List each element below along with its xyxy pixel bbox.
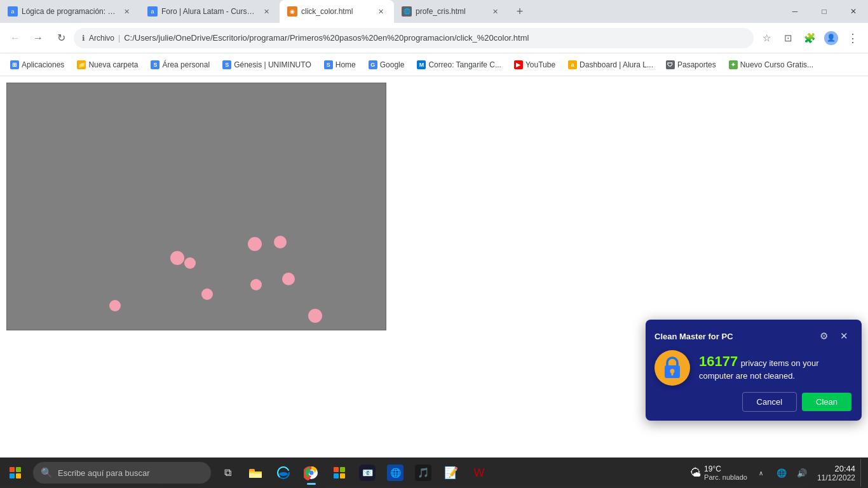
browser-tab-tab4[interactable]: 🌐 profe_cris.html ✕ xyxy=(394,0,508,23)
bookmark-label: Pasaportes xyxy=(677,60,716,69)
bookmark-youtube[interactable]: ▶ YouTube xyxy=(509,58,560,72)
pinned-app-filemanager[interactable] xyxy=(241,459,269,487)
lock-icon xyxy=(662,356,682,380)
popup-count: 16177 xyxy=(699,353,738,369)
browser-tab-tab1[interactable]: a Lógica de programación: Practic... ✕ xyxy=(0,0,140,23)
taskbar-search[interactable]: 🔍 Escribe aquí para buscar xyxy=(33,462,211,484)
popup-settings-button[interactable]: ⚙ xyxy=(816,329,831,344)
profile-button[interactable]: 👤 xyxy=(821,28,841,48)
weather-temp: 19°C xyxy=(704,464,747,473)
weather-widget[interactable]: 🌤 19°C Parc. nublado xyxy=(686,459,751,487)
dot-3 xyxy=(201,288,213,300)
pinned-app-6[interactable]: 🌐 xyxy=(381,459,409,487)
url-bar[interactable]: ℹ Archivo | C:/Users/julie/OneDrive/Escr… xyxy=(74,28,754,48)
canvas-area[interactable] xyxy=(6,83,386,330)
bookmark-correo-tangarife-c[interactable]: M Correo: Tangarife C... xyxy=(412,58,506,72)
taskbar-tray: 🌤 19°C Parc. nublado ∧ 🌐 🔊 20:44 11/12/2… xyxy=(684,459,868,487)
weather-icon: 🌤 xyxy=(690,466,702,480)
bookmark-label: Dashboard | Alura L... xyxy=(580,60,653,69)
cancel-button[interactable]: Cancel xyxy=(742,392,797,412)
bookmark-dashboard--alura-l[interactable]: a Dashboard | Alura L... xyxy=(563,58,658,72)
bookmark-nueva-carpeta[interactable]: 📁 Nueva carpeta xyxy=(72,58,143,72)
clean-button[interactable]: Clean xyxy=(802,393,851,411)
browser-frame: a Lógica de programación: Practic... ✕ a… xyxy=(0,0,868,488)
minimize-button[interactable]: ─ xyxy=(780,0,810,23)
screensaver-button[interactable]: ⊡ xyxy=(778,28,798,48)
bookmark-gnesis--uniminuto[interactable]: S Génesis | UNIMINUTO xyxy=(217,58,316,72)
title-bar: a Lógica de programación: Practic... ✕ a… xyxy=(0,0,868,23)
bookmark-label: YouTube xyxy=(526,60,555,69)
taskbar-clock[interactable]: 20:44 11/12/2022 xyxy=(812,459,860,487)
popup-header: Clean Master for PC ⚙ ✕ xyxy=(654,329,851,344)
tab-close-button[interactable]: ✕ xyxy=(261,6,272,17)
bookmark-favicon: ⊞ xyxy=(10,60,19,69)
popup-close-button[interactable]: ✕ xyxy=(836,329,851,344)
start-button[interactable] xyxy=(0,458,31,488)
app8-icon: 📝 xyxy=(443,464,459,481)
bookmark-favicon: 📁 xyxy=(77,60,86,69)
pinned-app-store[interactable] xyxy=(325,459,353,487)
chrome-icon xyxy=(303,464,320,481)
app6-icon: 🌐 xyxy=(387,464,403,481)
pinned-app-edge[interactable] xyxy=(269,459,297,487)
tab-close-button[interactable]: ✕ xyxy=(375,6,386,17)
dot-2 xyxy=(184,257,196,269)
pinned-app-5[interactable]: 📧 xyxy=(353,459,381,487)
tab-close-button[interactable]: ✕ xyxy=(121,6,132,17)
tray-network-icon[interactable]: 🌐 xyxy=(771,459,792,487)
svg-rect-11 xyxy=(340,467,345,472)
clock-time: 20:44 xyxy=(834,464,855,473)
windows-logo-icon xyxy=(10,467,21,478)
bookmark-rea-personal[interactable]: S Área personal xyxy=(146,58,215,72)
bookmark-pasaportes[interactable]: 🛡 Pasaportes xyxy=(661,58,721,72)
bookmark-label: Nuevo Curso Gratis... xyxy=(740,60,813,69)
pinned-app-chrome[interactable] xyxy=(297,459,325,487)
tab-close-button[interactable]: ✕ xyxy=(489,6,501,17)
pinned-app-8[interactable]: 📝 xyxy=(437,459,465,487)
bookmark-aplicaciones[interactable]: ⊞ Aplicaciones xyxy=(5,58,69,72)
menu-button[interactable]: ⋮ xyxy=(843,28,863,48)
tray-overflow-button[interactable]: ∧ xyxy=(751,459,771,487)
bookmark-google[interactable]: G Google xyxy=(363,58,410,72)
bookmark-favicon: a xyxy=(568,60,577,69)
taskbar-pinned-apps: 📧 🌐 🎵 📝 xyxy=(241,459,493,487)
maximize-button[interactable]: □ xyxy=(810,0,839,23)
forward-button[interactable]: → xyxy=(28,28,48,48)
bookmark-star-button[interactable]: ☆ xyxy=(756,28,776,48)
show-desktop-button[interactable] xyxy=(860,459,865,487)
bookmark-label: Nueva carpeta xyxy=(88,60,138,69)
task-view-button[interactable]: ⧉ xyxy=(214,459,241,487)
svg-point-9 xyxy=(309,471,314,475)
app7-icon: 🎵 xyxy=(415,464,431,481)
dot-1 xyxy=(170,251,184,265)
lock-icon-container xyxy=(654,350,690,386)
bookmark-label: Aplicaciones xyxy=(22,60,64,69)
url-bar-actions: ☆ ⊡ 🧩 👤 ⋮ xyxy=(756,28,863,48)
browser-tab-tab3[interactable]: ◉ click_color.html ✕ xyxy=(280,0,394,23)
pinned-app-7[interactable]: 🎵 xyxy=(409,459,437,487)
bookmark-favicon: ▶ xyxy=(514,60,523,69)
protocol-label: Archivo xyxy=(89,34,114,43)
bookmark-nuevo-curso-gratis[interactable]: ✦ Nuevo Curso Gratis... xyxy=(724,58,818,72)
browser-tab-tab2[interactable]: a Foro | Alura Latam - Cursos onlin... ✕ xyxy=(140,0,280,23)
tray-volume-icon[interactable]: 🔊 xyxy=(792,459,812,487)
close-button[interactable]: ✕ xyxy=(839,0,868,23)
svg-rect-2 xyxy=(672,372,674,376)
refresh-button[interactable]: ↻ xyxy=(51,28,71,48)
back-button[interactable]: ← xyxy=(5,28,25,48)
tab-title: Lógica de programación: Practic... xyxy=(22,7,117,16)
bookmark-favicon: S xyxy=(151,60,159,69)
dot-0 xyxy=(109,300,121,311)
bookmark-home[interactable]: S Home xyxy=(319,58,361,72)
bookmark-label: Génesis | UNIMINUTO xyxy=(234,60,311,69)
pinned-app-9[interactable]: W xyxy=(465,459,493,487)
taskbar: 🔍 Escribe aquí para buscar ⧉ xyxy=(0,458,868,488)
extensions-button[interactable]: 🧩 xyxy=(799,28,820,48)
tab-favicon: ◉ xyxy=(287,6,297,17)
address-bar: ← → ↻ ℹ Archivo | C:/Users/julie/OneDriv… xyxy=(0,23,868,53)
tab-title: click_color.html xyxy=(301,7,371,16)
clock-date: 11/12/2022 xyxy=(817,473,855,482)
new-tab-button[interactable]: + xyxy=(511,3,529,20)
bookmark-favicon: G xyxy=(369,60,377,69)
svg-rect-10 xyxy=(334,467,339,472)
